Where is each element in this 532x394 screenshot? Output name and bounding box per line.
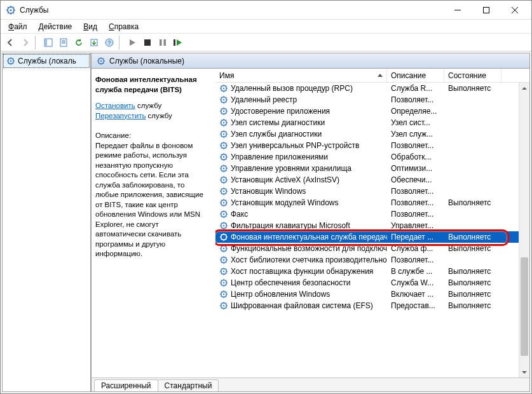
service-name-cell: Центр обеспечения безопасности — [215, 278, 387, 288]
service-row[interactable]: ФаксПозволяет... — [215, 208, 529, 220]
minimize-button[interactable] — [443, 1, 472, 19]
column-headers[interactable]: Имя Описание Состояние — [215, 69, 529, 83]
service-row[interactable]: Установщик модулей WindowsПозволяет...Вы… — [215, 197, 529, 208]
service-row[interactable]: Хост библиотеки счетчика производительно… — [215, 254, 529, 266]
pause-service-button[interactable] — [156, 36, 170, 50]
svg-point-52 — [223, 282, 224, 283]
service-row[interactable]: Узел системы диагностикиУзел сист... — [215, 117, 529, 128]
svg-point-40 — [223, 214, 224, 215]
service-name-cell: Шифрованная файловая система (EFS) — [215, 301, 387, 311]
service-desc-cell: Включает ... — [387, 289, 444, 299]
menu-help[interactable]: Справка — [104, 21, 144, 32]
service-row[interactable]: Управление уровнями хранилищаОптимизи... — [215, 163, 529, 174]
export-button[interactable] — [87, 36, 101, 50]
service-row[interactable]: Узел универсальных PNP-устройствПозволяе… — [215, 140, 529, 151]
description-label: Описание: — [95, 131, 209, 141]
service-row[interactable]: Хост поставщика функции обнаруженияВ слу… — [215, 266, 529, 277]
service-name-cell: Фильтрация клавиатуры Microsoft — [215, 221, 387, 231]
service-status-cell — [444, 111, 501, 112]
service-desc-cell: Определяе... — [387, 106, 444, 116]
service-name-cell: Установщик модулей Windows — [215, 198, 387, 208]
service-row[interactable]: Удостоверение приложенияОпределяе... — [215, 105, 529, 117]
service-name-cell: Установщик ActiveX (AxInstSV) — [215, 175, 387, 185]
tab-extended[interactable]: Расширенный — [94, 379, 158, 392]
service-status-cell — [444, 122, 501, 123]
service-row[interactable]: Узел службы диагностикиУзел служ... — [215, 128, 529, 140]
service-desc-cell: Узел служ... — [387, 129, 444, 139]
service-row[interactable]: Удаленный реестрПозволяет... — [215, 94, 529, 105]
description-text: Передает файлы в фоновом режиме работы, … — [95, 141, 209, 259]
services-list[interactable]: Имя Описание Состояние Удаленный вызов п… — [215, 69, 529, 377]
service-row[interactable]: Центр обеспечения безопасностиСлужба W..… — [215, 277, 529, 289]
start-service-button[interactable] — [125, 36, 139, 50]
svg-point-50 — [223, 271, 224, 272]
svg-point-18 — [223, 88, 224, 89]
scroll-thumb[interactable] — [521, 257, 528, 356]
svg-rect-10 — [160, 39, 162, 46]
service-status-cell — [444, 156, 501, 158]
service-desc-cell: Позволяет... — [387, 140, 444, 151]
stop-service-button[interactable] — [140, 36, 154, 50]
menu-view[interactable]: Вид — [78, 21, 102, 32]
service-row[interactable]: Центр обновления WindowsВключает ...Выпо… — [215, 289, 529, 300]
service-row[interactable]: Управление приложениямиОбработк... — [215, 151, 529, 163]
svg-point-16 — [100, 60, 102, 61]
scroll-down-button[interactable] — [519, 367, 529, 377]
tab-standard[interactable]: Стандартный — [158, 379, 219, 392]
stop-service-link[interactable]: Остановить — [95, 102, 135, 109]
service-row[interactable]: Шифрованная файловая система (EFS)Предос… — [215, 300, 529, 311]
service-row[interactable]: Удаленный вызов процедур (RPC)Служба R..… — [215, 83, 529, 94]
selected-service-name: Фоновая интеллектуальная служба передачи… — [95, 75, 209, 95]
menu-action[interactable]: Действие — [34, 21, 78, 32]
stop-service-link-row: Остановить службу — [95, 101, 209, 111]
service-row[interactable]: Установщик WindowsПозволяет... — [215, 186, 529, 197]
console-tree[interactable]: Службы (локаль — [2, 53, 91, 392]
service-row[interactable]: Установщик ActiveX (AxInstSV)Обеспечи... — [215, 174, 529, 186]
window-title: Службы — [20, 6, 443, 15]
column-status[interactable]: Состояние — [444, 69, 501, 82]
service-row[interactable]: Фильтрация клавиатуры MicrosoftУправляет… — [215, 220, 529, 231]
service-status-cell — [444, 99, 501, 100]
svg-point-48 — [223, 259, 224, 261]
service-row[interactable]: Фоновая интеллектуальная служба передачи… — [215, 231, 529, 243]
nav-forward-button[interactable] — [18, 36, 32, 50]
svg-point-46 — [223, 248, 224, 249]
svg-rect-9 — [144, 39, 151, 46]
service-name-cell: Узел универсальных PNP-устройств — [215, 140, 387, 151]
restart-service-button[interactable] — [171, 36, 185, 50]
svg-point-36 — [223, 191, 224, 192]
service-desc-cell: Управляет... — [387, 221, 444, 231]
svg-rect-2 — [483, 7, 489, 13]
service-status-cell — [444, 225, 501, 226]
restart-service-link[interactable]: Перезапустить — [95, 112, 146, 119]
close-button[interactable] — [500, 1, 529, 19]
svg-point-38 — [223, 202, 224, 203]
help-button[interactable]: ? — [102, 36, 116, 50]
vertical-scrollbar[interactable] — [519, 83, 529, 377]
service-desc-cell: Обеспечи... — [387, 175, 444, 185]
service-name-cell: Фоновая интеллектуальная служба передачи… — [215, 232, 387, 242]
svg-point-28 — [223, 145, 224, 146]
scroll-up-button[interactable] — [519, 83, 529, 93]
menu-file[interactable]: Файл — [3, 21, 32, 32]
column-name[interactable]: Имя — [215, 69, 387, 82]
service-status-cell — [444, 214, 501, 215]
refresh-button[interactable] — [72, 36, 86, 50]
service-row[interactable]: Функциональные возможности для подключе.… — [215, 243, 529, 254]
column-description[interactable]: Описание — [387, 69, 444, 82]
svg-rect-4 — [44, 39, 47, 46]
service-desc-cell: Обработк... — [387, 152, 444, 162]
show-hide-tree-button[interactable] — [41, 36, 55, 50]
service-status-cell: Выполняетс — [444, 232, 501, 242]
toolbar: ? — [1, 34, 531, 51]
service-status-cell: Выполняетс — [444, 301, 501, 311]
nav-back-button[interactable] — [3, 36, 17, 50]
tree-root-services[interactable]: Службы (локаль — [3, 54, 90, 68]
properties-button[interactable] — [57, 36, 71, 50]
service-status-cell: Выполняетс — [444, 278, 501, 288]
service-name-cell: Узел службы диагностики — [215, 129, 387, 139]
service-desc-cell: Служба W... — [387, 278, 444, 288]
app-icon — [6, 5, 16, 15]
service-status-cell — [444, 191, 501, 192]
maximize-button[interactable] — [472, 1, 500, 19]
